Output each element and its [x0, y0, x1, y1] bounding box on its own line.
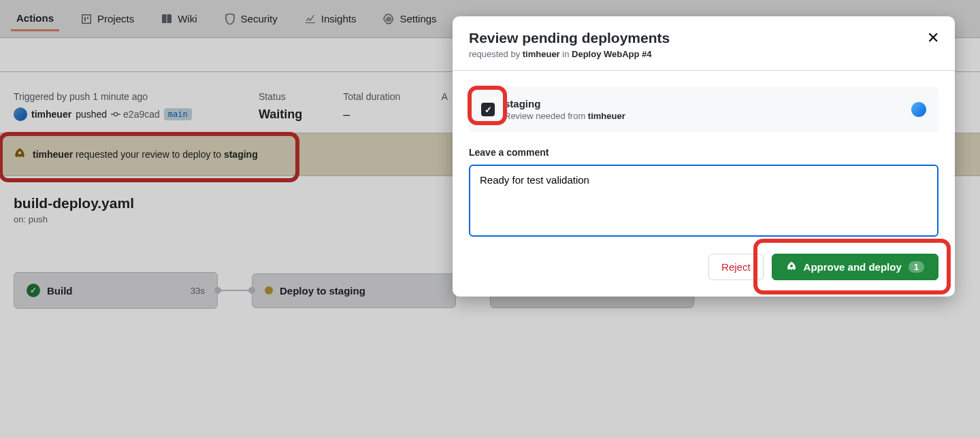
environment-subtext: Review needed from timheuer — [504, 111, 625, 121]
comment-label: Leave a comment — [469, 147, 938, 158]
modal-header: Review pending deployments requested by … — [453, 16, 955, 71]
approve-button[interactable]: Approve and deploy 1 — [772, 254, 938, 280]
environment-checkbox[interactable] — [481, 103, 495, 116]
modal-body: staging Review needed from timheuer Leav… — [453, 71, 955, 297]
approve-label: Approve and deploy — [804, 261, 902, 273]
modal-title: Review pending deployments — [469, 30, 938, 46]
environment-name: staging — [504, 98, 625, 110]
comment-input[interactable]: Ready for test validation — [469, 165, 938, 237]
env-sub-actor: timheuer — [588, 111, 625, 121]
subtitle-mid: in — [560, 49, 572, 59]
reject-button[interactable]: Reject — [708, 254, 764, 280]
review-modal: Review pending deployments requested by … — [453, 16, 955, 297]
subtitle-workflow: Deploy WebApp #4 — [572, 49, 652, 59]
approve-count: 1 — [909, 261, 924, 273]
environment-row[interactable]: staging Review needed from timheuer — [469, 87, 938, 132]
env-sub-prefix: Review needed from — [504, 111, 588, 121]
modal-actions: Reject Approve and deploy 1 — [469, 254, 938, 280]
modal-subtitle: requested by timheuer in Deploy WebApp #… — [469, 49, 938, 59]
reviewer-avatar[interactable] — [911, 102, 926, 117]
rocket-icon — [786, 262, 797, 273]
subtitle-actor: timheuer — [523, 49, 560, 59]
close-icon: ✕ — [927, 29, 939, 46]
subtitle-prefix: requested by — [469, 49, 523, 59]
close-button[interactable]: ✕ — [924, 29, 943, 48]
